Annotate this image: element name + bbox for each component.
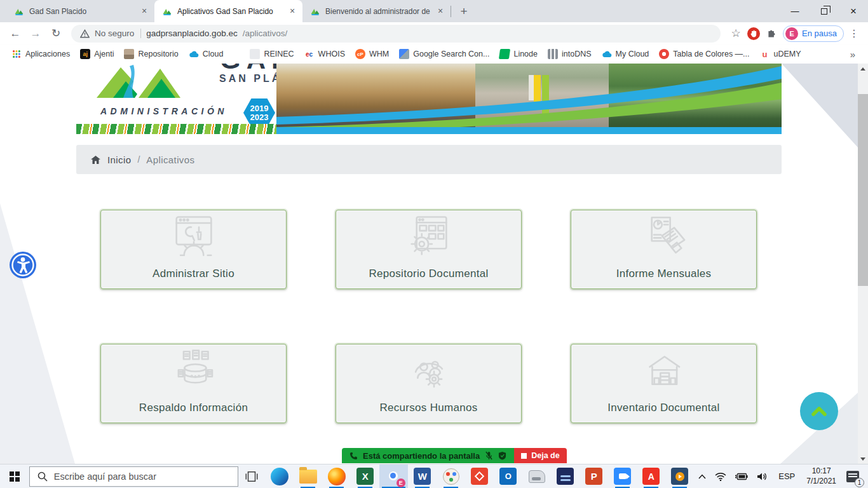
scroll-to-top-button[interactable] — [800, 392, 838, 430]
blocker-extension-icon[interactable] — [747, 27, 760, 40]
taskbar-gray-utility[interactable] — [522, 464, 551, 488]
windows-logo-icon — [10, 471, 20, 482]
taskbar-paint[interactable] — [437, 464, 465, 488]
nic-ec-icon: ec — [304, 49, 315, 59]
battery-charging-icon[interactable] — [731, 464, 752, 488]
tiles-row-1: Administrar Sitio Repositorio Documental — [100, 210, 757, 289]
restore-button[interactable] — [810, 0, 839, 22]
taskbar-powerpoint[interactable]: P — [580, 464, 608, 488]
taskbar-chrome-active[interactable]: E — [379, 464, 408, 488]
taskbar-red-diamond-app[interactable] — [465, 464, 494, 488]
bookmark-repositorio[interactable]: Repositorio — [119, 46, 183, 62]
reload-button[interactable]: ↻ — [47, 25, 65, 43]
tile-repositorio-documental[interactable]: Repositorio Documental — [336, 210, 522, 289]
start-button[interactable] — [0, 464, 29, 488]
tile-label: Respaldo Información — [101, 402, 286, 414]
taskbar-excel[interactable]: X — [351, 464, 379, 488]
close-button[interactable]: × — [839, 0, 868, 22]
profile-status-label: En pausa — [802, 29, 837, 38]
page-scrollbar[interactable] — [858, 64, 868, 464]
restore-icon — [821, 8, 827, 15]
bookmark-reinec[interactable]: REINEC — [245, 46, 299, 62]
taskbar-media-player[interactable] — [665, 464, 694, 488]
taskbar-scanner[interactable] — [551, 464, 580, 488]
back-button[interactable]: ← — [6, 25, 24, 43]
search-input[interactable] — [54, 471, 238, 482]
bookmark-whois[interactable]: ecWHOIS — [299, 46, 350, 62]
bookmark-star-icon[interactable]: ☆ — [727, 25, 745, 43]
date: 7/1/2021 — [806, 477, 836, 485]
bookmark-aplicaciones[interactable]: Aplicaciones — [6, 46, 75, 62]
tile-respaldo-informacion[interactable]: Respaldo Información — [100, 344, 287, 423]
taskbar-word[interactable]: W — [408, 464, 437, 488]
utility-device-icon — [529, 470, 545, 483]
stop-sharing-button[interactable]: Deja de — [514, 448, 566, 463]
bookmark-cloud[interactable]: Cloud — [184, 46, 229, 62]
minimize-button[interactable]: — — [780, 0, 810, 22]
tile-inventario-documental[interactable]: Inventario Documental — [571, 344, 757, 423]
taskbar-edge[interactable] — [265, 464, 294, 488]
task-view-button[interactable] — [238, 464, 265, 488]
url-path: /aplicativos/ — [243, 29, 288, 38]
tab-title: Gad San Placido — [29, 7, 134, 16]
language-indicator[interactable]: ESP — [772, 464, 801, 488]
extensions-puzzle-icon[interactable] — [763, 25, 780, 43]
bookmarks-overflow-chevron[interactable]: » — [844, 49, 862, 60]
tab-aplicativos-active[interactable]: Aplicativos Gad San Placido × — [154, 0, 302, 22]
bookmarks-bar: Aplicaciones ajAjenti Repositorio Cloud … — [0, 44, 868, 64]
tile-administrar-sitio[interactable]: Administrar Sitio — [100, 210, 287, 289]
tab-close-icon[interactable]: × — [287, 6, 297, 17]
taskbar-firefox[interactable] — [322, 464, 351, 488]
bookmark-my-cloud[interactable]: My Cloud — [597, 46, 654, 62]
breadcrumb: Inicio / Aplicativos — [76, 145, 782, 174]
taskbar-acrobat[interactable]: A — [637, 464, 665, 488]
scrollbar-down-arrow[interactable] — [858, 454, 868, 464]
intodns-icon — [548, 49, 558, 59]
tab-close-icon[interactable]: × — [435, 6, 445, 17]
gad-favicon-icon — [14, 6, 24, 17]
chrome-profile-badge: E — [397, 478, 405, 487]
gad-favicon-icon — [310, 6, 320, 17]
hidden-icons-chevron[interactable] — [694, 464, 710, 488]
taskbar-search-box[interactable] — [29, 466, 239, 487]
microphone-muted-icon — [485, 451, 493, 460]
tab-administrador[interactable]: Bienvenido al administrador de I × — [302, 0, 451, 22]
tab-close-icon[interactable]: × — [139, 6, 149, 17]
tab-gad-san-placido[interactable]: Gad San Placido × — [6, 0, 154, 22]
wifi-icon[interactable] — [710, 464, 731, 488]
bookmark-udemy[interactable]: uuDEMY — [755, 46, 806, 62]
breadcrumb-separator: / — [137, 154, 140, 165]
profile-button[interactable]: E En pausa — [783, 25, 844, 42]
bookmark-linode[interactable]: Linode — [494, 46, 543, 62]
whm-icon: cP — [355, 49, 365, 59]
site-header-banner: GAD SAN PLÁCIDO ADMINISTRACIÓN 20192023 — [76, 64, 782, 134]
accessibility-widget-button[interactable] — [9, 251, 37, 279]
tile-recursos-humanos[interactable]: Recursos Humanos — [336, 344, 522, 423]
browser-menu-icon[interactable]: ⋮ — [846, 27, 862, 39]
scrollbar-thumb[interactable] — [858, 94, 868, 286]
bookmark-ajenti[interactable]: ajAjenti — [75, 46, 119, 62]
term-badge: 20192023 — [243, 98, 275, 127]
decor-diagonal-left — [0, 203, 75, 464]
taskbar-file-explorer[interactable] — [294, 464, 322, 488]
new-tab-button[interactable]: + — [455, 3, 473, 20]
forward-button[interactable]: → — [27, 25, 44, 43]
edge-icon — [271, 468, 288, 485]
tile-label: Recursos Humanos — [336, 402, 521, 414]
taskbar-outlook[interactable]: O — [494, 464, 522, 488]
scrollbar-up-arrow[interactable] — [858, 64, 868, 74]
bookmark-tabla-colores[interactable]: Tabla de Colores —... — [654, 46, 754, 62]
breadcrumb-home-link[interactable]: Inicio — [107, 154, 131, 165]
bookmark-intodns[interactable]: intoDNS — [543, 46, 597, 62]
action-center-button[interactable]: 1 — [841, 464, 868, 488]
color-table-icon — [659, 49, 669, 59]
bookmark-whm[interactable]: cPWHM — [350, 46, 394, 62]
system-tray: ESP 10:177/1/2021 1 — [694, 464, 868, 488]
speaker-icon[interactable] — [752, 464, 772, 488]
tile-informe-mensuales[interactable]: Informe Mensuales — [571, 210, 757, 289]
address-bar[interactable]: No seguro gadprsanplacido.gob.ec/aplicat… — [71, 25, 721, 43]
security-label[interactable]: No seguro — [95, 29, 141, 38]
clock[interactable]: 10:177/1/2021 — [801, 464, 841, 488]
bookmark-google-search-console[interactable]: Google Search Con... — [394, 46, 494, 62]
taskbar-video-meeting[interactable] — [608, 464, 637, 488]
